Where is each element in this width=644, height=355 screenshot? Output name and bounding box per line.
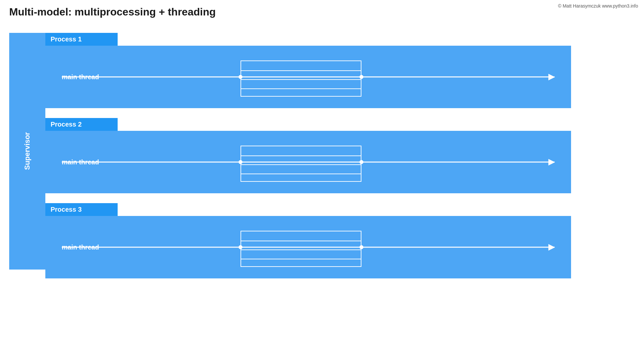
dot-end-process-2 [359,160,363,164]
inner-line-2-process-1 [241,79,361,80]
inner-line-1-process-2 [241,155,361,156]
process-3-box: main thread [45,216,571,278]
process-2-box: main thread [45,131,571,193]
threading-block-process-1 [241,60,361,97]
inner-line-2-process-2 [241,164,361,165]
process-3-main-thread-label: main thread [62,244,99,251]
threading-block-process-2 [241,146,361,182]
inner-line-1-process-1 [241,70,361,71]
dot-end-process-3 [359,245,363,249]
dot-end-process-1 [359,75,363,79]
supervisor-box: Supervisor [9,33,45,270]
inner-line-3-process-1 [241,88,361,89]
copyright: © Matt Harasymczuk www.python3.info [558,3,638,9]
diagram-container: Supervisor Process 1main threadProcess 2… [9,33,571,278]
process-2-label: Process 2 [45,118,118,131]
process-3-wrapper: Process 3main thread [45,203,571,278]
process-1-main-thread-label: main thread [62,73,99,81]
inner-line-2-process-3 [241,249,361,250]
process-1-wrapper: Process 1main thread [45,33,571,108]
processes-column: Process 1main threadProcess 2main thread… [45,33,571,278]
threading-block-process-3 [241,231,361,267]
inner-line-3-process-2 [241,174,361,174]
process-2-main-thread-label: main thread [62,158,99,166]
process-2-wrapper: Process 2main thread [45,118,571,193]
process-3-label: Process 3 [45,203,118,216]
process-1-box: main thread [45,46,571,108]
process-1-label: Process 1 [45,33,118,46]
dot-start-process-3 [239,245,242,249]
inner-line-1-process-3 [241,241,361,241]
dot-start-process-1 [239,75,242,79]
dot-start-process-2 [239,160,242,164]
inner-line-3-process-3 [241,259,361,259]
page-title: Multi-model: multiprocessing + threading [9,6,216,18]
